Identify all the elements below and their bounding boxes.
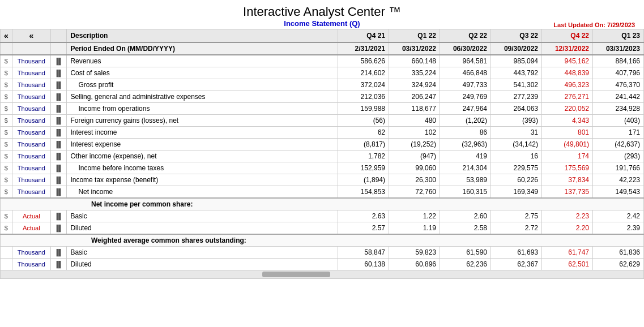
- cell-q422: 4,343: [542, 115, 593, 127]
- chart-icon[interactable]: ▐▌: [50, 67, 67, 79]
- chart-icon[interactable]: ▐▌: [50, 247, 67, 259]
- chart-icon[interactable]: ▐▌: [50, 210, 67, 222]
- cell-q322: (393): [491, 115, 542, 127]
- row-description: Selling, general and administrative expe…: [67, 91, 338, 103]
- cell-q421: 1,782: [338, 150, 389, 162]
- chart-icon[interactable]: ▐▌: [50, 162, 67, 174]
- dollar-indicator: $: [1, 127, 12, 139]
- cell-q421: (1,894): [338, 174, 389, 186]
- chart-icon[interactable]: ▐▌: [50, 139, 67, 150]
- unit-cell: Thousand: [12, 150, 50, 162]
- section-header-row: Net income per common share:: [1, 198, 644, 210]
- table-row: $Thousand▐▌Interest income62102863180117…: [1, 127, 644, 139]
- nav-left-double[interactable]: «: [1, 29, 12, 43]
- page-title: Interactive Analyst Center ™: [0, 5, 644, 19]
- cell-q222: 2.60: [440, 210, 491, 222]
- col-desc-header: Description: [67, 29, 338, 43]
- cell-q122: 99,060: [389, 162, 440, 174]
- cell-q422: 276,271: [542, 91, 593, 103]
- cell-q421: 58,847: [338, 247, 389, 259]
- chart-icon[interactable]: ▐▌: [50, 186, 67, 199]
- cell-q322: 443,792: [491, 67, 542, 79]
- row-description: Income tax expense (benefit): [67, 174, 338, 186]
- chart-icon[interactable]: ▐▌: [50, 150, 67, 162]
- chart-icon[interactable]: ▐▌: [50, 174, 67, 186]
- cell-q123: 62,629: [593, 259, 644, 270]
- cell-q422: 175,569: [542, 162, 593, 174]
- chart-icon[interactable]: ▐▌: [50, 259, 67, 270]
- chart-icon[interactable]: ▐▌: [50, 103, 67, 115]
- cell-q123: 476,370: [593, 79, 644, 91]
- cell-q422: 37,834: [542, 174, 593, 186]
- cell-q422: 448,839: [542, 67, 593, 79]
- cell-q322: 31: [491, 127, 542, 139]
- unit-cell: Thousand: [12, 247, 50, 259]
- cell-q422: 220,052: [542, 103, 593, 115]
- cell-q421: 2.57: [338, 222, 389, 235]
- col-q421-header: Q4 21: [338, 29, 389, 43]
- dollar-indicator: $: [1, 103, 12, 115]
- scrollbar-row[interactable]: [1, 270, 644, 279]
- cell-q122: 480: [389, 115, 440, 127]
- cell-q422: 61,747: [542, 247, 593, 259]
- cell-q122: 26,300: [389, 174, 440, 186]
- cell-q421: 152,959: [338, 162, 389, 174]
- dollar-indicator: $: [1, 174, 12, 186]
- row-description: Gross profit: [67, 79, 338, 91]
- section-header-row: Weighted average common shares outstandi…: [1, 234, 644, 247]
- row-description: Foreign currency gains (losses), net: [67, 115, 338, 127]
- cell-q422: (49,801): [542, 139, 593, 150]
- cell-q421: (8,817): [338, 139, 389, 150]
- cell-q421: 62: [338, 127, 389, 139]
- row-description: Basic: [67, 210, 338, 222]
- cell-q222: 86: [440, 127, 491, 139]
- horizontal-scrollbar[interactable]: [262, 272, 330, 277]
- cell-q421: 2.63: [338, 210, 389, 222]
- col-q122-header: Q1 22: [389, 29, 440, 43]
- table-row: $Actual▐▌Diluted2.571.192.582.722.202.39: [1, 222, 644, 235]
- chart-icon[interactable]: ▐▌: [50, 79, 67, 91]
- cell-q122: 102: [389, 127, 440, 139]
- row-description: Net income: [67, 186, 338, 199]
- last-updated: Last Updated On: 7/29/2023: [553, 21, 635, 28]
- cell-q322: 60,226: [491, 174, 542, 186]
- cell-q421: 212,036: [338, 91, 389, 103]
- col-q122-period: 03/31/2022: [389, 42, 440, 55]
- income-statement-table: « « Description Q4 21 Q1 22 Q2 22 Q3 22 …: [0, 29, 644, 279]
- table-row: $Thousand▐▌Selling, general and administ…: [1, 91, 644, 103]
- cell-q322: 541,302: [491, 79, 542, 91]
- dollar-indicator: [1, 247, 12, 259]
- row-description: Income from operations: [67, 103, 338, 115]
- table-row: $Thousand▐▌Interest expense(8,817)(19,25…: [1, 139, 644, 150]
- col-unit-header: [12, 42, 50, 55]
- row-description: Diluted: [67, 259, 338, 270]
- cell-q123: 149,543: [593, 186, 644, 199]
- col-q322-period: 09/30/2022: [491, 42, 542, 55]
- chart-icon[interactable]: ▐▌: [50, 115, 67, 127]
- unit-cell: Thousand: [12, 174, 50, 186]
- cell-q422: 174: [542, 150, 593, 162]
- cell-q123: (403): [593, 115, 644, 127]
- cell-q122: 1.19: [389, 222, 440, 235]
- cell-q222: 160,315: [440, 186, 491, 199]
- table-row: $Thousand▐▌Income tax expense (benefit)(…: [1, 174, 644, 186]
- cell-q422: 62,501: [542, 259, 593, 270]
- cell-q422: 137,735: [542, 186, 593, 199]
- cell-q322: (34,142): [491, 139, 542, 150]
- col-q123-period: 03/31/2023: [593, 42, 644, 55]
- cell-q123: 191,766: [593, 162, 644, 174]
- chart-icon[interactable]: ▐▌: [50, 55, 67, 67]
- col-q123-header: Q1 23: [593, 29, 644, 43]
- nav-left-single[interactable]: «: [12, 29, 50, 43]
- cell-q222: 214,304: [440, 162, 491, 174]
- row-description: Income before income taxes: [67, 162, 338, 174]
- chart-icon[interactable]: ▐▌: [50, 127, 67, 139]
- col-chart-header: [50, 29, 67, 43]
- chart-icon[interactable]: ▐▌: [50, 222, 67, 235]
- cell-q122: 1.22: [389, 210, 440, 222]
- cell-q222: 497,733: [440, 79, 491, 91]
- cell-q322: 16: [491, 150, 542, 162]
- cell-q123: 884,166: [593, 55, 644, 67]
- chart-icon[interactable]: ▐▌: [50, 91, 67, 103]
- col-q422-period: 12/31/2022: [542, 42, 593, 55]
